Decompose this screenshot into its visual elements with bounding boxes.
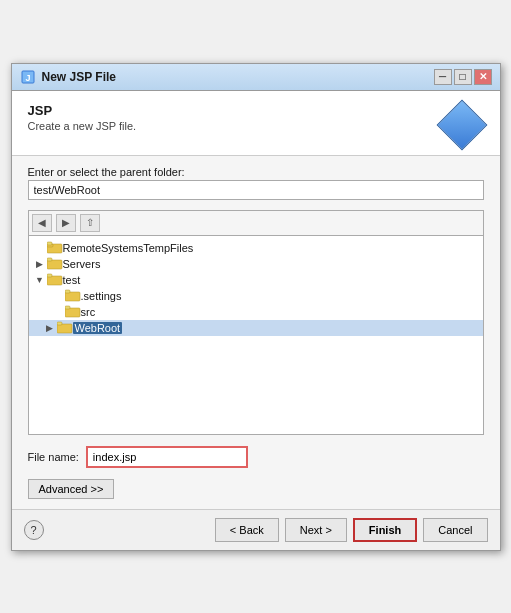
header-subtitle: Create a new JSP file. [28, 120, 137, 132]
tree-toggle [51, 289, 65, 303]
list-item[interactable]: RemoteSystemsTempFiles [29, 240, 483, 256]
next-button[interactable]: Next > [285, 518, 347, 542]
tree-toggle: ▶ [43, 321, 57, 335]
list-item[interactable]: .settings [29, 288, 483, 304]
svg-rect-7 [47, 276, 62, 285]
advanced-section: Advanced >> [28, 475, 484, 499]
list-item[interactable]: ▼ test [29, 272, 483, 288]
dialog: J New JSP File ─ □ ✕ JSP Create a new JS… [11, 63, 501, 551]
list-item[interactable]: ▶ WebRoot [29, 320, 483, 336]
back-button[interactable]: < Back [215, 518, 279, 542]
folder-icon [65, 305, 81, 318]
finish-button[interactable]: Finish [353, 518, 417, 542]
dialog-footer: ? < Back Next > Finish Cancel [12, 509, 500, 550]
title-text: New JSP File [42, 70, 116, 84]
tree-item-label: WebRoot [73, 322, 123, 334]
header-icon [440, 103, 484, 147]
svg-rect-4 [47, 242, 52, 245]
minimize-button[interactable]: ─ [434, 69, 452, 85]
tree-item-label: .settings [81, 290, 122, 302]
svg-rect-6 [47, 258, 52, 261]
maximize-button[interactable]: □ [454, 69, 472, 85]
svg-rect-11 [65, 308, 80, 317]
tree-panel[interactable]: RemoteSystemsTempFiles ▶ Servers ▼ [28, 235, 484, 435]
folder-icon [47, 273, 63, 286]
svg-text:J: J [25, 73, 30, 83]
tree-toggle [51, 305, 65, 319]
title-controls: ─ □ ✕ [434, 69, 492, 85]
svg-rect-5 [47, 260, 62, 269]
header-title: JSP [28, 103, 137, 118]
folder-icon [57, 321, 73, 334]
tree-item-label: RemoteSystemsTempFiles [63, 242, 194, 254]
svg-rect-13 [57, 324, 72, 333]
tree-item-label: test [63, 274, 81, 286]
close-button[interactable]: ✕ [474, 69, 492, 85]
filename-input[interactable] [87, 447, 247, 467]
svg-rect-14 [57, 322, 62, 325]
help-button[interactable]: ? [24, 520, 44, 540]
dialog-icon: J [20, 69, 36, 85]
filename-label: File name: [28, 451, 79, 463]
cancel-button[interactable]: Cancel [423, 518, 487, 542]
svg-rect-8 [47, 274, 52, 277]
header-text: JSP Create a new JSP file. [28, 103, 137, 132]
tree-toggle [33, 241, 47, 255]
svg-rect-12 [65, 306, 70, 309]
tree-toolbar: ◀ ▶ ⇧ [28, 210, 484, 235]
up-button[interactable]: ⇧ [80, 214, 100, 232]
tree-item-label: Servers [63, 258, 101, 270]
forward-button[interactable]: ▶ [56, 214, 76, 232]
tree-item-label: src [81, 306, 96, 318]
back-button[interactable]: ◀ [32, 214, 52, 232]
list-item[interactable]: src [29, 304, 483, 320]
folder-icon [65, 289, 81, 302]
filename-row: File name: [28, 447, 484, 467]
svg-rect-10 [65, 290, 70, 293]
title-bar: J New JSP File ─ □ ✕ [12, 64, 500, 91]
folder-icon [47, 257, 63, 270]
folder-label: Enter or select the parent folder: [28, 166, 484, 178]
advanced-button[interactable]: Advanced >> [28, 479, 115, 499]
tree-toggle: ▼ [33, 273, 47, 287]
svg-rect-9 [65, 292, 80, 301]
folder-input[interactable] [28, 180, 484, 200]
folder-icon [47, 241, 63, 254]
folder-section: Enter or select the parent folder: [28, 166, 484, 200]
dialog-body: Enter or select the parent folder: ◀ ▶ ⇧ [12, 156, 500, 509]
tree-toggle: ▶ [33, 257, 47, 271]
list-item[interactable]: ▶ Servers [29, 256, 483, 272]
dialog-header: JSP Create a new JSP file. [12, 91, 500, 156]
